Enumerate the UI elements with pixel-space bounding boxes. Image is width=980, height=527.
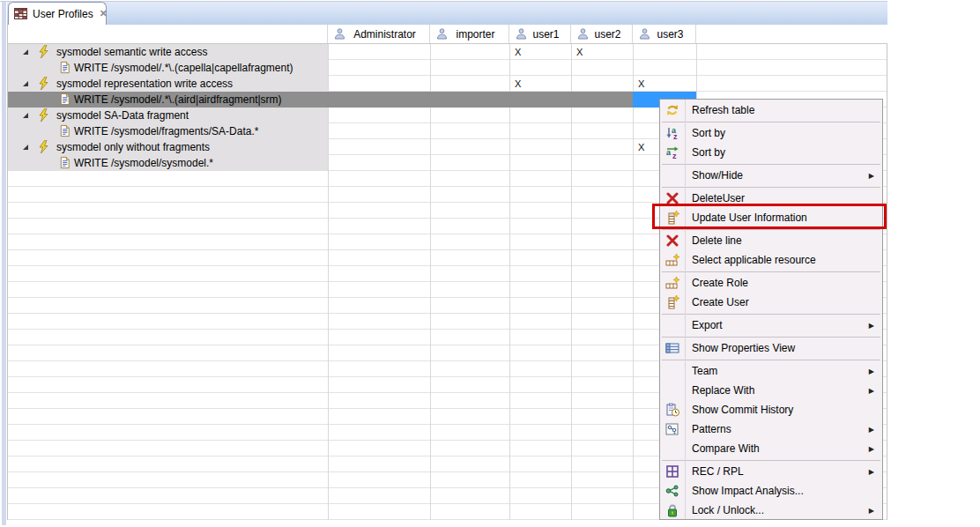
tree-row-role[interactable]: sysmodel only without fragments bbox=[8, 139, 328, 155]
menu-item-show-commit-history[interactable]: Show Commit History bbox=[660, 400, 882, 419]
sort-column-icon: a z bbox=[665, 126, 679, 140]
tree-row-role[interactable]: sysmodel semantic write access bbox=[8, 44, 328, 60]
role-icon bbox=[37, 108, 51, 122]
tab-user-profiles[interactable]: User Profiles ✕ bbox=[8, 2, 107, 25]
submenu-arrow-icon: ▶ bbox=[869, 445, 874, 453]
header-cell-user3[interactable]: user3 bbox=[633, 25, 696, 43]
menu-item-replace-with[interactable]: Replace With ▶ bbox=[660, 381, 882, 400]
menu-item-label: Export bbox=[692, 319, 723, 331]
refresh-icon bbox=[665, 103, 679, 117]
menu-item-label: Show Commit History bbox=[692, 404, 793, 416]
menu-item-delete-line[interactable]: Delete line bbox=[660, 231, 882, 250]
row-star-icon bbox=[665, 276, 679, 290]
menu-item-label: Update User Information bbox=[692, 212, 807, 224]
submenu-arrow-icon: ▶ bbox=[869, 387, 874, 395]
menu-item-label: Lock / Unlock... bbox=[692, 504, 764, 516]
menu-item-label: Show Impact Analysis... bbox=[692, 485, 804, 497]
tree-row-permission-selected[interactable]: WRITE /sysmodel/.*\.(aird|airdfragment|s… bbox=[8, 92, 328, 108]
document-icon bbox=[58, 61, 71, 74]
table-grid-icon bbox=[14, 8, 27, 19]
menu-item-team[interactable]: Team ▶ bbox=[660, 361, 882, 381]
menu-item-label: Show/Hide bbox=[692, 169, 743, 182]
expand-arrow-icon[interactable] bbox=[22, 48, 29, 56]
window-left-strip bbox=[2, 2, 6, 525]
impact-analysis-icon bbox=[665, 484, 679, 498]
menu-item-sort-by-column[interactable]: a z Sort by bbox=[660, 123, 882, 143]
column-label: user3 bbox=[650, 28, 695, 41]
user-column-star-icon bbox=[665, 211, 679, 225]
user-icon bbox=[334, 28, 345, 40]
commit-history-icon bbox=[665, 403, 679, 417]
menu-item-rec-rpl[interactable]: REC / RPL ▶ bbox=[660, 462, 882, 481]
menu-item-update-user-information[interactable]: Update User Information bbox=[660, 208, 882, 227]
header-cell-importer[interactable]: importer bbox=[430, 25, 509, 43]
menu-item-lock-unlock[interactable]: Lock / Unlock... ▶ bbox=[660, 501, 882, 520]
header-cell-tree[interactable] bbox=[8, 25, 328, 43]
permission-mark[interactable]: X bbox=[633, 76, 691, 92]
permission-mark[interactable]: X bbox=[509, 76, 568, 92]
menu-item-label: Sort by bbox=[692, 146, 725, 159]
properties-icon bbox=[665, 341, 679, 355]
user-profiles-view: User Profiles ✕ Administrator importer bbox=[0, 0, 980, 527]
menu-item-create-user[interactable]: Create User bbox=[660, 293, 882, 312]
submenu-arrow-icon: ▶ bbox=[869, 426, 874, 434]
table-right-border bbox=[887, 25, 887, 520]
patterns-icon bbox=[665, 422, 679, 436]
header-cell-user1[interactable]: user1 bbox=[509, 25, 571, 43]
menu-item-show-properties-view[interactable]: Show Properties View bbox=[660, 338, 882, 358]
menu-item-show-hide[interactable]: Show/Hide ▶ bbox=[660, 166, 882, 185]
expand-arrow-icon[interactable] bbox=[22, 80, 29, 87]
menu-item-show-impact-analysis[interactable]: Show Impact Analysis... bbox=[660, 481, 882, 501]
menu-item-create-role[interactable]: Create Role bbox=[660, 273, 882, 293]
menu-item-label: Compare With bbox=[692, 442, 760, 455]
tree-row-role[interactable]: sysmodel SA-Data fragment bbox=[8, 108, 328, 123]
tree-row-permission[interactable]: WRITE /sysmodel/.*\.(capella|capellafrag… bbox=[8, 60, 328, 76]
role-icon bbox=[37, 140, 51, 154]
menu-item-sort-by-line[interactable]: a z Sort by bbox=[660, 143, 882, 162]
close-icon[interactable]: ✕ bbox=[100, 8, 108, 19]
lock-icon bbox=[665, 503, 679, 517]
menu-item-label: Show Properties View bbox=[692, 342, 795, 354]
user-icon bbox=[577, 28, 589, 40]
tree-row-role[interactable]: sysmodel representation write access bbox=[8, 76, 328, 92]
permission-mark[interactable]: X bbox=[571, 44, 629, 60]
delete-icon bbox=[665, 191, 679, 205]
row-label: WRITE /sysmodel/sysmodel.* bbox=[74, 155, 213, 171]
context-menu: Refresh table a z Sort by a z Sort by Sh… bbox=[659, 99, 883, 520]
menu-separator bbox=[662, 122, 880, 122]
document-icon bbox=[58, 93, 71, 106]
menu-item-export[interactable]: Export ▶ bbox=[660, 315, 882, 335]
menu-item-delete-user[interactable]: DeleteUser bbox=[660, 189, 882, 208]
submenu-arrow-icon: ▶ bbox=[869, 468, 874, 476]
menu-item-refresh-table[interactable]: Refresh table bbox=[660, 100, 882, 120]
header-cell-user2[interactable]: user2 bbox=[571, 25, 633, 43]
permission-mark[interactable]: X bbox=[509, 44, 568, 60]
menu-separator bbox=[662, 337, 880, 338]
menu-item-label: Refresh table bbox=[692, 104, 754, 116]
delete-icon bbox=[665, 234, 679, 248]
user-icon bbox=[436, 28, 448, 40]
menu-item-select-applicable-resource[interactable]: Select applicable resource bbox=[660, 250, 882, 270]
expand-arrow-icon[interactable] bbox=[22, 144, 29, 151]
submenu-arrow-icon: ▶ bbox=[869, 322, 874, 330]
rec-rpl-icon bbox=[665, 464, 679, 479]
menu-item-label: Team bbox=[692, 365, 717, 377]
menu-item-patterns[interactable]: Patterns ▶ bbox=[660, 419, 882, 439]
menu-separator bbox=[662, 314, 880, 315]
column-label: importer bbox=[448, 28, 509, 41]
expand-arrow-icon[interactable] bbox=[22, 112, 29, 119]
role-icon bbox=[37, 45, 51, 59]
column-label: user1 bbox=[527, 28, 570, 41]
tree-row-permission[interactable]: WRITE /sysmodel/sysmodel.* bbox=[8, 155, 328, 171]
menu-separator bbox=[662, 360, 880, 360]
menu-separator bbox=[662, 187, 880, 188]
submenu-arrow-icon: ▶ bbox=[869, 367, 874, 375]
row-label: sysmodel semantic write access bbox=[56, 44, 207, 60]
menu-item-label: Create Role bbox=[692, 277, 748, 289]
menu-item-compare-with[interactable]: Compare With ▶ bbox=[660, 439, 882, 458]
menu-item-label: Patterns bbox=[692, 423, 731, 435]
tree-row-permission[interactable]: WRITE /sysmodel/fragments/SA-Data.* bbox=[8, 123, 328, 139]
menu-separator bbox=[662, 460, 880, 461]
header-cell-administrator[interactable]: Administrator bbox=[328, 25, 430, 43]
table-header: Administrator importer user1 user2 bbox=[8, 25, 887, 44]
